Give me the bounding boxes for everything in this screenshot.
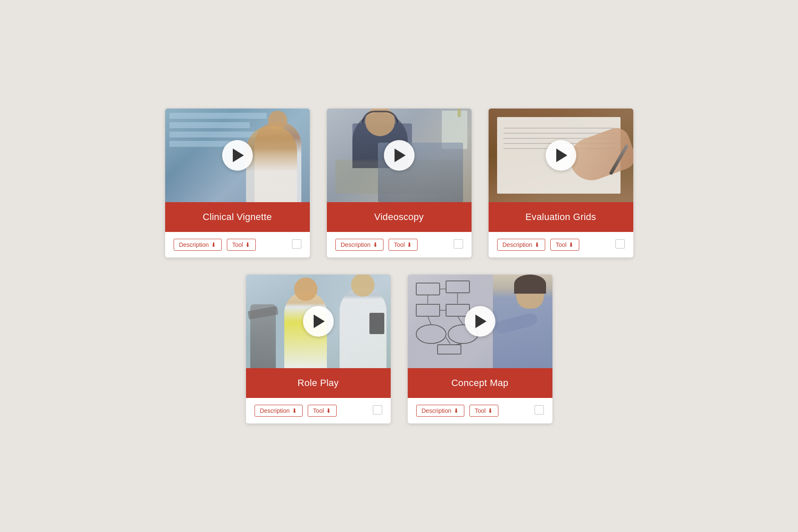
description-label-videoscopy: Description <box>341 241 371 248</box>
tool-button-clinical[interactable]: Tool ⬇ <box>227 239 256 251</box>
card-clinical-vignette: Clinical Vignette Description ⬇ Tool ⬇ <box>165 109 310 257</box>
thumbnail-videoscopy <box>327 109 472 202</box>
checkbox-roleplay[interactable] <box>373 405 382 415</box>
tool-button-evaluation[interactable]: Tool ⬇ <box>550 239 580 251</box>
download-icon-desc-videoscopy: ⬇ <box>373 241 378 248</box>
svg-point-4 <box>416 325 446 343</box>
description-label-clinical: Description <box>179 241 209 248</box>
tool-button-conceptmap[interactable]: Tool ⬇ <box>469 405 499 417</box>
card-videoscopy: Videoscopy Description ⬇ Tool ⬇ <box>327 109 472 257</box>
card-footer-conceptmap: Description ⬇ Tool ⬇ <box>408 398 552 423</box>
checkbox-conceptmap[interactable] <box>535 405 544 415</box>
svg-rect-2 <box>416 304 440 316</box>
main-grid: Clinical Vignette Description ⬇ Tool ⬇ <box>101 109 697 423</box>
svg-line-12 <box>458 316 463 325</box>
play-button-conceptmap[interactable] <box>465 306 495 337</box>
tool-label-clinical: Tool <box>232 241 243 248</box>
card-title-evaluation: Evaluation Grids <box>489 202 633 232</box>
description-button-clinical[interactable]: Description ⬇ <box>174 239 222 251</box>
svg-rect-1 <box>446 281 469 293</box>
description-label-conceptmap: Description <box>422 407 452 414</box>
tool-label-roleplay: Tool <box>313 407 324 414</box>
tool-label-conceptmap: Tool <box>475 407 486 414</box>
description-button-videoscopy[interactable]: Description ⬇ <box>335 239 383 251</box>
description-label-roleplay: Description <box>260 407 290 414</box>
card-footer-evaluation: Description ⬇ Tool ⬇ <box>489 232 633 257</box>
play-icon-conceptmap <box>475 315 486 328</box>
description-button-conceptmap[interactable]: Description ⬇ <box>416 405 464 417</box>
card-row-2: Role Play Description ⬇ Tool ⬇ <box>246 275 552 423</box>
card-row-1: Clinical Vignette Description ⬇ Tool ⬇ <box>165 109 633 257</box>
card-title-videoscopy: Videoscopy <box>327 202 472 232</box>
download-icon-tool-conceptmap: ⬇ <box>488 407 493 414</box>
download-icon-desc-evaluation: ⬇ <box>535 241 540 248</box>
checkbox-evaluation[interactable] <box>615 239 625 249</box>
card-title-conceptmap: Concept Map <box>408 368 552 398</box>
download-icon-tool-videoscopy: ⬇ <box>407 241 412 248</box>
play-button-evaluation[interactable] <box>546 140 576 171</box>
checkbox-clinical[interactable] <box>292 239 301 249</box>
description-button-roleplay[interactable]: Description ⬇ <box>255 405 303 417</box>
card-evaluation-grids: Evaluation Grids Description ⬇ Tool ⬇ <box>489 109 633 257</box>
thumbnail-evaluation <box>489 109 633 202</box>
tool-button-roleplay[interactable]: Tool ⬇ <box>308 405 337 417</box>
download-icon-tool-roleplay: ⬇ <box>326 407 331 414</box>
description-button-evaluation[interactable]: Description ⬇ <box>497 239 545 251</box>
play-icon-roleplay <box>314 315 325 328</box>
card-role-play: Role Play Description ⬇ Tool ⬇ <box>246 275 391 423</box>
play-button-clinical[interactable] <box>222 140 253 171</box>
download-icon-desc-clinical: ⬇ <box>211 241 216 248</box>
checkbox-wrapper-clinical <box>292 239 301 250</box>
checkbox-wrapper-conceptmap <box>535 405 544 416</box>
checkbox-wrapper-roleplay <box>373 405 382 416</box>
play-icon-evaluation <box>556 149 567 162</box>
download-icon-tool-evaluation: ⬇ <box>569 241 574 248</box>
play-icon-clinical <box>233 149 244 162</box>
play-button-videoscopy[interactable] <box>384 140 415 171</box>
card-footer-clinical: Description ⬇ Tool ⬇ <box>165 232 310 257</box>
download-icon-desc-conceptmap: ⬇ <box>454 407 459 414</box>
checkbox-videoscopy[interactable] <box>454 239 463 249</box>
thumbnail-clinical <box>165 109 310 202</box>
play-icon-videoscopy <box>395 149 406 162</box>
svg-rect-6 <box>438 345 461 354</box>
svg-line-11 <box>428 316 431 325</box>
svg-rect-0 <box>416 283 440 295</box>
thumbnail-roleplay <box>246 275 391 368</box>
download-icon-tool-clinical: ⬇ <box>245 241 250 248</box>
download-icon-desc-roleplay: ⬇ <box>292 407 297 414</box>
card-title-roleplay: Role Play <box>246 368 391 398</box>
card-footer-videoscopy: Description ⬇ Tool ⬇ <box>327 232 472 257</box>
card-footer-roleplay: Description ⬇ Tool ⬇ <box>246 398 391 423</box>
checkbox-wrapper-evaluation <box>615 239 625 250</box>
thumbnail-conceptmap <box>408 275 552 368</box>
checkbox-wrapper-videoscopy <box>454 239 463 250</box>
play-button-roleplay[interactable] <box>303 306 334 337</box>
tool-label-evaluation: Tool <box>556 241 567 248</box>
tool-label-videoscopy: Tool <box>394 241 405 248</box>
card-title-clinical: Clinical Vignette <box>165 202 310 232</box>
card-concept-map: Concept Map Description ⬇ Tool ⬇ <box>408 275 552 423</box>
tool-button-videoscopy[interactable]: Tool ⬇ <box>389 239 418 251</box>
description-label-evaluation: Description <box>503 241 532 248</box>
